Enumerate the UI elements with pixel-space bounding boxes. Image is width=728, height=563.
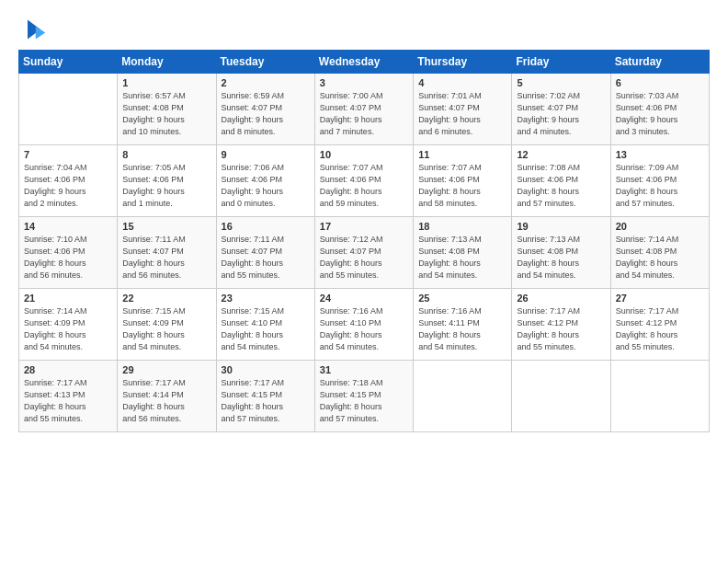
day-content: Sunrise: 7:01 AM Sunset: 4:07 PM Dayligh…: [418, 90, 506, 138]
day-number: 30: [222, 364, 310, 375]
page: SundayMondayTuesdayWednesdayThursdayFrid…: [0, 0, 728, 563]
week-row-1: 1Sunrise: 6:57 AM Sunset: 4:08 PM Daylig…: [19, 74, 710, 145]
day-cell: 19Sunrise: 7:13 AM Sunset: 4:08 PM Dayli…: [512, 217, 610, 289]
day-cell: 13Sunrise: 7:09 AM Sunset: 4:06 PM Dayli…: [610, 145, 709, 217]
header-day-wednesday: Wednesday: [314, 51, 413, 74]
day-content: Sunrise: 7:02 AM Sunset: 4:07 PM Dayligh…: [517, 90, 605, 138]
logo: [18, 17, 47, 42]
day-content: Sunrise: 7:13 AM Sunset: 4:08 PM Dayligh…: [517, 234, 605, 282]
day-cell: 14Sunrise: 7:10 AM Sunset: 4:06 PM Dayli…: [19, 217, 118, 289]
day-cell: 12Sunrise: 7:08 AM Sunset: 4:06 PM Dayli…: [512, 145, 610, 217]
day-content: Sunrise: 7:17 AM Sunset: 4:12 PM Dayligh…: [616, 305, 704, 353]
day-number: 14: [24, 221, 112, 232]
day-number: 25: [418, 293, 506, 304]
day-content: Sunrise: 7:05 AM Sunset: 4:06 PM Dayligh…: [122, 162, 210, 210]
day-cell: 15Sunrise: 7:11 AM Sunset: 4:07 PM Dayli…: [118, 217, 216, 289]
day-cell: [512, 361, 610, 432]
day-number: 18: [418, 221, 506, 232]
day-content: Sunrise: 7:15 AM Sunset: 4:09 PM Dayligh…: [122, 305, 210, 353]
day-number: 1: [122, 77, 210, 88]
week-row-4: 21Sunrise: 7:14 AM Sunset: 4:09 PM Dayli…: [19, 289, 710, 361]
day-number: 28: [24, 364, 112, 375]
day-number: 22: [122, 293, 210, 304]
day-content: Sunrise: 7:18 AM Sunset: 4:15 PM Dayligh…: [320, 377, 408, 425]
week-row-5: 28Sunrise: 7:17 AM Sunset: 4:13 PM Dayli…: [19, 361, 710, 432]
svg-marker-1: [36, 27, 46, 40]
header-day-friday: Friday: [512, 51, 610, 74]
day-number: 31: [320, 364, 408, 375]
day-content: Sunrise: 7:10 AM Sunset: 4:06 PM Dayligh…: [24, 234, 112, 282]
day-number: 23: [222, 293, 310, 304]
day-cell: 18Sunrise: 7:13 AM Sunset: 4:08 PM Dayli…: [414, 217, 512, 289]
day-number: 17: [320, 221, 408, 232]
day-number: 15: [122, 221, 210, 232]
day-cell: 16Sunrise: 7:11 AM Sunset: 4:07 PM Dayli…: [216, 217, 314, 289]
day-number: 10: [320, 149, 408, 160]
day-number: 24: [320, 293, 408, 304]
day-content: Sunrise: 7:06 AM Sunset: 4:06 PM Dayligh…: [222, 162, 310, 210]
day-content: Sunrise: 7:14 AM Sunset: 4:08 PM Dayligh…: [616, 234, 704, 282]
day-cell: 6Sunrise: 7:03 AM Sunset: 4:06 PM Daylig…: [610, 74, 709, 145]
day-number: 3: [320, 77, 408, 88]
day-cell: 25Sunrise: 7:16 AM Sunset: 4:11 PM Dayli…: [414, 289, 512, 361]
day-number: 4: [418, 77, 506, 88]
day-number: 26: [517, 293, 605, 304]
header-day-thursday: Thursday: [414, 51, 512, 74]
day-number: 12: [517, 149, 605, 160]
header-day-saturday: Saturday: [610, 51, 709, 74]
day-number: 16: [222, 221, 310, 232]
day-cell: 4Sunrise: 7:01 AM Sunset: 4:07 PM Daylig…: [414, 74, 512, 145]
day-cell: 29Sunrise: 7:17 AM Sunset: 4:14 PM Dayli…: [118, 361, 216, 432]
day-cell: 24Sunrise: 7:16 AM Sunset: 4:10 PM Dayli…: [314, 289, 413, 361]
day-number: 9: [222, 149, 310, 160]
week-row-3: 14Sunrise: 7:10 AM Sunset: 4:06 PM Dayli…: [19, 217, 710, 289]
header-day-tuesday: Tuesday: [216, 51, 314, 74]
day-content: Sunrise: 6:59 AM Sunset: 4:07 PM Dayligh…: [222, 90, 310, 138]
day-number: 11: [418, 149, 506, 160]
day-content: Sunrise: 7:08 AM Sunset: 4:06 PM Dayligh…: [517, 162, 605, 210]
day-number: 7: [24, 149, 112, 160]
day-content: Sunrise: 7:14 AM Sunset: 4:09 PM Dayligh…: [24, 305, 112, 353]
header: [18, 17, 710, 42]
day-cell: [19, 74, 118, 145]
day-number: 13: [616, 149, 704, 160]
day-content: Sunrise: 7:17 AM Sunset: 4:13 PM Dayligh…: [24, 377, 112, 425]
day-content: Sunrise: 7:15 AM Sunset: 4:10 PM Dayligh…: [222, 305, 310, 353]
day-content: Sunrise: 7:07 AM Sunset: 4:06 PM Dayligh…: [320, 162, 408, 210]
day-cell: 31Sunrise: 7:18 AM Sunset: 4:15 PM Dayli…: [314, 361, 413, 432]
day-cell: 3Sunrise: 7:00 AM Sunset: 4:07 PM Daylig…: [314, 74, 413, 145]
day-cell: [414, 361, 512, 432]
day-content: Sunrise: 7:09 AM Sunset: 4:06 PM Dayligh…: [616, 162, 704, 210]
day-number: 19: [517, 221, 605, 232]
header-row: SundayMondayTuesdayWednesdayThursdayFrid…: [19, 51, 710, 74]
day-content: Sunrise: 7:11 AM Sunset: 4:07 PM Dayligh…: [122, 234, 210, 282]
logo-icon: [21, 17, 47, 42]
day-cell: 2Sunrise: 6:59 AM Sunset: 4:07 PM Daylig…: [216, 74, 314, 145]
day-cell: 7Sunrise: 7:04 AM Sunset: 4:06 PM Daylig…: [19, 145, 118, 217]
day-cell: 20Sunrise: 7:14 AM Sunset: 4:08 PM Dayli…: [610, 217, 709, 289]
day-content: Sunrise: 7:17 AM Sunset: 4:12 PM Dayligh…: [517, 305, 605, 353]
day-cell: 22Sunrise: 7:15 AM Sunset: 4:09 PM Dayli…: [118, 289, 216, 361]
day-cell: 27Sunrise: 7:17 AM Sunset: 4:12 PM Dayli…: [610, 289, 709, 361]
day-number: 2: [222, 77, 310, 88]
day-content: Sunrise: 7:16 AM Sunset: 4:10 PM Dayligh…: [320, 305, 408, 353]
day-content: Sunrise: 6:57 AM Sunset: 4:08 PM Dayligh…: [122, 90, 210, 138]
day-cell: 17Sunrise: 7:12 AM Sunset: 4:07 PM Dayli…: [314, 217, 413, 289]
day-cell: 1Sunrise: 6:57 AM Sunset: 4:08 PM Daylig…: [118, 74, 216, 145]
day-content: Sunrise: 7:17 AM Sunset: 4:14 PM Dayligh…: [122, 377, 210, 425]
day-content: Sunrise: 7:17 AM Sunset: 4:15 PM Dayligh…: [222, 377, 310, 425]
day-cell: 28Sunrise: 7:17 AM Sunset: 4:13 PM Dayli…: [19, 361, 118, 432]
day-cell: 30Sunrise: 7:17 AM Sunset: 4:15 PM Dayli…: [216, 361, 314, 432]
day-number: 20: [616, 221, 704, 232]
day-cell: 10Sunrise: 7:07 AM Sunset: 4:06 PM Dayli…: [314, 145, 413, 217]
day-number: 8: [122, 149, 210, 160]
day-number: 5: [517, 77, 605, 88]
day-number: 6: [616, 77, 704, 88]
day-cell: 26Sunrise: 7:17 AM Sunset: 4:12 PM Dayli…: [512, 289, 610, 361]
day-content: Sunrise: 7:04 AM Sunset: 4:06 PM Dayligh…: [24, 162, 112, 210]
day-content: Sunrise: 7:00 AM Sunset: 4:07 PM Dayligh…: [320, 90, 408, 138]
day-cell: 8Sunrise: 7:05 AM Sunset: 4:06 PM Daylig…: [118, 145, 216, 217]
day-cell: 23Sunrise: 7:15 AM Sunset: 4:10 PM Dayli…: [216, 289, 314, 361]
day-cell: [610, 361, 709, 432]
week-row-2: 7Sunrise: 7:04 AM Sunset: 4:06 PM Daylig…: [19, 145, 710, 217]
